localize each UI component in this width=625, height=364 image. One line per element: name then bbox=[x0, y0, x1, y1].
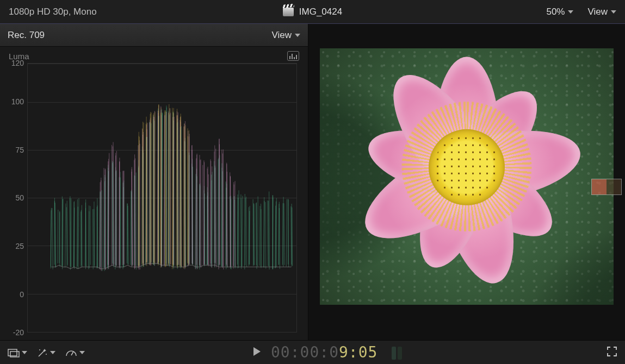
waveform-scope: 1201007550250-20 bbox=[5, 63, 300, 332]
svg-line-266 bbox=[115, 153, 116, 267]
svg-line-69 bbox=[70, 196, 71, 267]
svg-line-185 bbox=[269, 201, 269, 267]
svg-line-285 bbox=[192, 146, 193, 263]
svg-line-179 bbox=[246, 197, 246, 267]
clip-name: IMG_0424 bbox=[299, 7, 342, 17]
trim-tool-button[interactable] bbox=[8, 348, 27, 357]
svg-line-136 bbox=[82, 205, 82, 267]
svg-line-21 bbox=[131, 191, 131, 265]
svg-line-332 bbox=[165, 110, 165, 267]
svg-line-284 bbox=[189, 134, 190, 265]
svg-line-61 bbox=[282, 203, 283, 265]
flower-graphic bbox=[347, 52, 586, 291]
svg-line-188 bbox=[279, 202, 280, 269]
scope-tick-label: 50 bbox=[5, 193, 24, 202]
svg-line-331 bbox=[161, 112, 162, 266]
timecode-inactive: 00:00:0 bbox=[271, 343, 339, 361]
svg-line-127 bbox=[292, 208, 293, 266]
video-preview[interactable] bbox=[308, 24, 625, 340]
gamut-indicator[interactable] bbox=[591, 179, 622, 195]
play-button[interactable] bbox=[252, 347, 261, 358]
scope-tick-label: -20 bbox=[5, 328, 24, 337]
svg-line-233 bbox=[122, 171, 123, 265]
svg-line-182 bbox=[256, 203, 257, 269]
svg-rect-339 bbox=[8, 349, 17, 356]
svg-line-132 bbox=[65, 203, 66, 267]
svg-line-140 bbox=[97, 207, 97, 268]
scope-grid bbox=[27, 63, 297, 332]
chevron-down-icon bbox=[611, 10, 616, 14]
svg-line-3 bbox=[62, 197, 63, 266]
svg-line-267 bbox=[119, 158, 120, 268]
svg-line-128 bbox=[52, 208, 53, 269]
svg-line-293 bbox=[222, 154, 223, 266]
svg-line-235 bbox=[135, 158, 136, 268]
svg-line-186 bbox=[273, 198, 273, 269]
svg-line-177 bbox=[237, 194, 238, 265]
svg-point-342 bbox=[39, 349, 40, 350]
svg-line-326 bbox=[143, 122, 144, 267]
svg-line-313 bbox=[146, 117, 146, 264]
enhance-tool-button[interactable] bbox=[37, 347, 55, 358]
svg-line-253 bbox=[203, 165, 203, 265]
chevron-down-icon bbox=[79, 351, 85, 354]
svg-line-298 bbox=[142, 128, 143, 264]
scope-mode-row: Luma bbox=[0, 47, 308, 62]
scope-settings-button[interactable] bbox=[287, 51, 299, 61]
svg-line-344 bbox=[71, 352, 73, 355]
scope-view-dropdown[interactable]: View bbox=[271, 30, 300, 41]
svg-line-341 bbox=[39, 350, 45, 356]
svg-line-178 bbox=[242, 196, 243, 266]
scope-tick-label: 120 bbox=[5, 59, 24, 67]
scope-tick-label: 25 bbox=[5, 242, 24, 250]
main-split: Rec. 709 View Luma 1201007550250-20 bbox=[0, 24, 625, 340]
scope-header: Rec. 709 View bbox=[0, 24, 308, 47]
svg-line-291 bbox=[214, 152, 215, 267]
chevron-down-icon bbox=[295, 34, 300, 37]
svg-line-54 bbox=[258, 197, 258, 267]
timecode-display[interactable]: 00:00:09:05 bbox=[271, 343, 378, 361]
svg-line-287 bbox=[201, 159, 201, 267]
svg-line-262 bbox=[101, 180, 102, 271]
scope-tick-label: 0 bbox=[5, 290, 24, 299]
svg-line-321 bbox=[176, 115, 177, 266]
preview-image bbox=[320, 48, 614, 305]
fullscreen-button[interactable] bbox=[607, 346, 617, 359]
svg-line-66 bbox=[58, 210, 58, 263]
svg-line-120 bbox=[264, 197, 264, 268]
luma-waveform bbox=[49, 64, 293, 307]
viewer-view-label: View bbox=[587, 7, 608, 17]
svg-line-335 bbox=[177, 115, 178, 267]
clapperboard-icon bbox=[283, 8, 294, 16]
scope-tick-label: 75 bbox=[5, 146, 24, 154]
scope-tick-label: 100 bbox=[5, 97, 24, 106]
zoom-dropdown[interactable]: 50% bbox=[546, 7, 573, 17]
svg-line-184 bbox=[265, 202, 266, 268]
svg-point-343 bbox=[46, 354, 47, 355]
chevron-down-icon bbox=[22, 351, 27, 354]
svg-marker-345 bbox=[253, 347, 261, 356]
svg-line-55 bbox=[259, 206, 260, 266]
svg-line-51 bbox=[245, 194, 245, 269]
video-scopes-panel: Rec. 709 View Luma 1201007550250-20 bbox=[0, 24, 308, 340]
zoom-value: 50% bbox=[546, 7, 565, 17]
chevron-down-icon bbox=[568, 10, 573, 14]
transport-bar: 00:00:09:05 bbox=[0, 340, 625, 364]
format-label: 1080p HD 30p, Mono bbox=[9, 7, 97, 17]
retime-tool-button[interactable] bbox=[65, 348, 85, 357]
audio-meters bbox=[392, 346, 402, 360]
chevron-down-icon bbox=[50, 351, 55, 354]
svg-line-74 bbox=[89, 211, 89, 269]
viewer-header: 1080p HD 30p, Mono IMG_0424 50% View bbox=[0, 0, 625, 24]
svg-line-57 bbox=[268, 200, 268, 266]
svg-line-13 bbox=[102, 190, 102, 271]
svg-line-288 bbox=[204, 162, 205, 265]
svg-line-187 bbox=[276, 202, 276, 268]
svg-line-62 bbox=[286, 199, 287, 266]
timecode-active: 9:05 bbox=[339, 343, 378, 361]
viewer-view-dropdown[interactable]: View bbox=[587, 7, 616, 17]
svg-line-138 bbox=[90, 206, 91, 265]
svg-line-125 bbox=[284, 203, 284, 265]
svg-line-75 bbox=[92, 209, 93, 269]
svg-line-256 bbox=[216, 149, 216, 267]
